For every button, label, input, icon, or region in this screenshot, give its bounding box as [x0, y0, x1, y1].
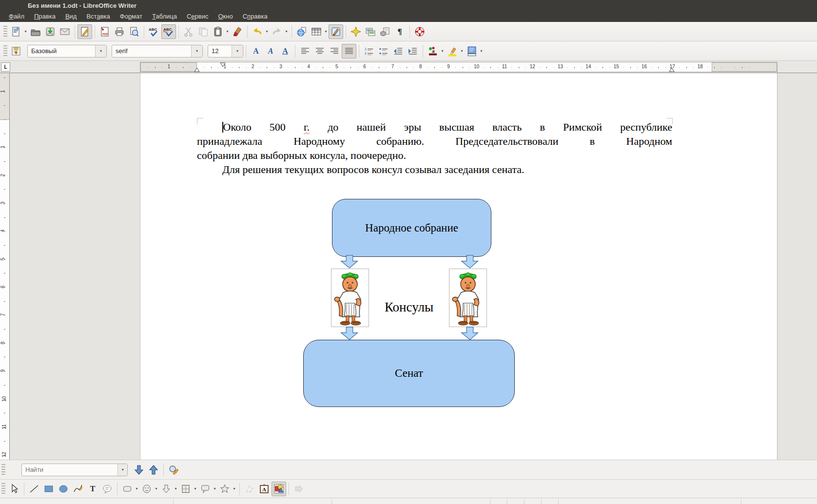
select-button[interactable] [7, 482, 21, 496]
align-left-button[interactable] [298, 44, 312, 58]
diagram-box-senate[interactable]: Сенат [303, 340, 515, 407]
formatting-marks-button[interactable]: ¶ [392, 24, 407, 39]
find-text-field[interactable] [22, 466, 117, 473]
insert-ellipse-button[interactable] [56, 482, 71, 496]
font-name-combo[interactable]: serif ▾ [112, 45, 203, 58]
menu-view[interactable]: Вид [60, 11, 82, 21]
spelling-button[interactable]: ABC [147, 24, 161, 39]
styles-panel-button[interactable] [9, 44, 23, 58]
auto-spellcheck-button[interactable]: ABC [161, 24, 176, 39]
highlight-color-button[interactable] [445, 44, 460, 58]
gallery-button[interactable] [363, 24, 378, 39]
basic-shapes-button[interactable] [120, 482, 135, 496]
page[interactable]: Около 500 г. до нашей эры высшая власть … [140, 73, 778, 460]
paste-dropdown[interactable]: ▾ [225, 24, 230, 39]
block-arrows-dropdown[interactable]: ▾ [174, 482, 178, 496]
consul-image[interactable] [449, 269, 487, 327]
symbol-shapes-dropdown[interactable]: ▾ [154, 482, 158, 496]
ordered-list-button[interactable]: 12 [362, 44, 376, 58]
find-and-replace-button[interactable] [166, 463, 181, 477]
print-preview-button[interactable] [127, 24, 141, 39]
italic-button[interactable]: A [263, 44, 278, 58]
undo-dropdown[interactable]: ▾ [265, 24, 269, 39]
font-size-combo[interactable]: 12 ▾ [208, 45, 243, 58]
toolbar-grip[interactable] [3, 26, 7, 38]
increase-indent-button[interactable] [406, 44, 420, 58]
find-previous-button[interactable] [146, 463, 161, 477]
block-arrows-button[interactable] [159, 482, 174, 496]
draw-functions-button[interactable] [329, 24, 343, 39]
menu-help[interactable]: Справка [238, 11, 272, 21]
unordered-list-button[interactable] [376, 44, 391, 58]
left-indent-marker[interactable] [194, 67, 200, 72]
background-color-dropdown[interactable]: ▾ [479, 44, 484, 58]
flowchart-dropdown[interactable]: ▾ [193, 482, 197, 496]
data-sources-button[interactable] [378, 24, 392, 39]
diagram-box-popular-assembly[interactable]: Народное собрание [332, 199, 491, 257]
clone-formatting-button[interactable] [230, 24, 245, 39]
background-color-button[interactable] [465, 44, 479, 58]
insert-table-dropdown[interactable]: ▾ [324, 24, 328, 39]
toolbar-grip[interactable] [1, 483, 5, 495]
callout-shapes-button[interactable] [198, 482, 213, 496]
flowchart-button[interactable] [178, 482, 193, 496]
underline-button[interactable]: A [278, 44, 292, 58]
font-color-button[interactable]: a [426, 44, 440, 58]
menu-table[interactable]: Таблица [147, 11, 182, 21]
undo-button[interactable] [250, 24, 265, 39]
email-button[interactable] [58, 24, 72, 39]
vertical-ruler[interactable]: 1123456789101112 [0, 73, 10, 460]
new-document-button[interactable] [9, 24, 23, 39]
export-pdf-button[interactable]: PDF [97, 24, 112, 39]
freeform-line-button[interactable] [71, 482, 85, 496]
stars-button[interactable] [217, 482, 232, 496]
navigator-button[interactable] [349, 24, 363, 39]
insert-table-button[interactable] [309, 24, 324, 39]
open-button[interactable] [28, 24, 43, 39]
menu-file[interactable]: Файл [4, 11, 29, 21]
justify-button[interactable] [342, 44, 356, 58]
font-size-dropdown[interactable]: ▾ [232, 45, 243, 57]
text-box-button[interactable]: T [85, 482, 100, 496]
fontwork-button[interactable]: A [257, 482, 272, 496]
down-arrow-shape[interactable] [340, 327, 359, 340]
toolbar-grip[interactable] [1, 464, 5, 476]
paragraph-style-combo[interactable]: Базовый ▾ [27, 45, 107, 58]
find-input-dropdown[interactable]: ▾ [117, 464, 127, 476]
find-next-button[interactable] [132, 463, 146, 477]
callout-shapes-dropdown[interactable]: ▾ [213, 482, 217, 496]
select-objects-button[interactable] [272, 482, 286, 496]
find-input[interactable]: ▾ [21, 464, 128, 476]
down-arrow-shape[interactable] [461, 327, 479, 340]
stars-dropdown[interactable]: ▾ [232, 482, 236, 496]
insert-rectangle-button[interactable] [41, 482, 56, 496]
callout-button[interactable] [100, 482, 115, 496]
menu-insert[interactable]: Вставка [81, 11, 115, 21]
font-name-dropdown[interactable]: ▾ [191, 45, 202, 57]
font-color-dropdown[interactable]: ▾ [440, 44, 445, 58]
basic-shapes-dropdown[interactable]: ▾ [135, 482, 139, 496]
insert-line-button[interactable] [27, 482, 41, 496]
bold-button[interactable]: A [249, 44, 263, 58]
menu-format[interactable]: Формат [115, 11, 147, 21]
symbol-shapes-button[interactable] [139, 482, 154, 496]
save-button[interactable] [43, 24, 58, 39]
horizontal-ruler[interactable]: 1123456789101112131415161718 [140, 62, 778, 72]
edit-mode-button[interactable] [78, 24, 92, 39]
align-center-button[interactable] [312, 44, 327, 58]
tab-stop-type-selector[interactable]: L [1, 62, 10, 72]
consul-image[interactable] [331, 269, 369, 327]
toolbar-grip[interactable] [3, 45, 7, 57]
menu-tools[interactable]: Сервис [182, 11, 214, 21]
hyperlink-button[interactable] [294, 24, 309, 39]
decrease-indent-button[interactable] [391, 44, 406, 58]
text-block[interactable]: Около 500 г. до нашей эры высшая власть … [197, 120, 672, 176]
paste-button[interactable] [211, 24, 225, 39]
down-arrow-shape[interactable] [461, 255, 479, 269]
highlight-color-dropdown[interactable]: ▾ [460, 44, 464, 58]
new-document-dropdown[interactable]: ▾ [23, 24, 28, 39]
align-right-button[interactable] [327, 44, 342, 58]
help-button[interactable] [412, 24, 427, 39]
paragraph-style-dropdown[interactable]: ▾ [95, 45, 106, 57]
menu-window[interactable]: Окно [213, 11, 237, 21]
